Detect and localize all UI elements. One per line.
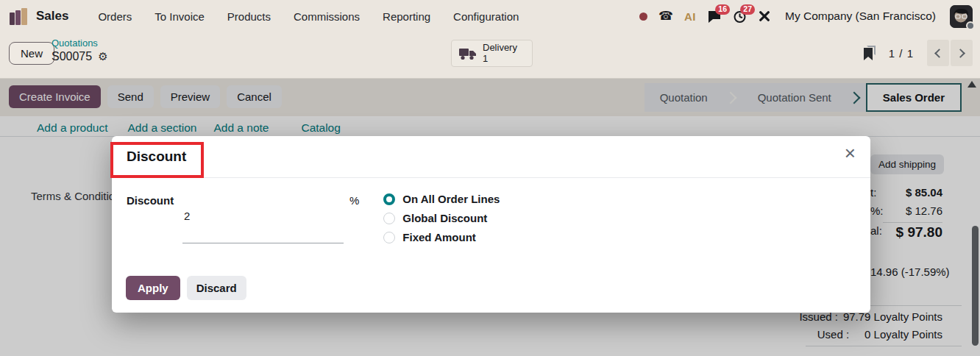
delivery-smart-button[interactable]: Delivery 1 xyxy=(451,40,533,67)
activities-menu[interactable]: 27 xyxy=(733,10,747,24)
menu-reporting[interactable]: Reporting xyxy=(383,10,430,23)
radio-fixed-amount[interactable]: Fixed Amount xyxy=(383,231,500,243)
breadcrumb-current-record: S00075 xyxy=(52,50,92,63)
messages-menu[interactable]: 16 xyxy=(707,10,722,24)
percent-sign: % xyxy=(349,193,359,243)
menu-to-invoice[interactable]: To Invoice xyxy=(155,10,205,23)
pager-previous-button[interactable] xyxy=(927,40,949,66)
chevron-right-icon xyxy=(956,49,965,58)
breadcrumb: Quotations S00075 ⚙ xyxy=(52,38,108,63)
gear-icon[interactable]: ⚙ xyxy=(98,50,107,63)
discount-dialog-footer: Apply Discard xyxy=(112,271,870,313)
odoo-sales-screen: Sales Orders To Invoice Products Commiss… xyxy=(0,0,980,356)
pager: 1 / 1 xyxy=(862,40,973,66)
radio-selected-icon[interactable] xyxy=(383,193,395,205)
radio-global-discount[interactable]: Global Discount xyxy=(383,212,500,224)
discount-dialog-body: Discount % On All Order Lines Global Dis… xyxy=(112,178,870,243)
dialog-title: Discount xyxy=(127,149,186,165)
delivery-label: Delivery xyxy=(483,43,517,54)
pager-next-button[interactable] xyxy=(951,40,973,66)
chevron-left-icon xyxy=(934,49,944,58)
discount-dialog-header: Discount × xyxy=(112,136,870,178)
top-nav-bar: Sales Orders To Invoice Products Commiss… xyxy=(0,0,980,32)
pager-count: 1 / 1 xyxy=(889,47,914,60)
main-menu: Orders To Invoice Products Commissions R… xyxy=(98,10,519,23)
delivery-count: 1 xyxy=(483,54,517,65)
app-name[interactable]: Sales xyxy=(36,9,68,24)
activities-badge: 27 xyxy=(740,4,755,15)
discount-input[interactable] xyxy=(182,193,344,243)
close-icon[interactable]: × xyxy=(845,143,856,163)
radio-unselected-icon[interactable] xyxy=(383,232,395,243)
tools-icon[interactable] xyxy=(758,10,771,23)
discount-type-radio-group: On All Order Lines Global Discount Fixed… xyxy=(383,193,500,243)
menu-products[interactable]: Products xyxy=(227,10,271,23)
status-dot-icon[interactable] xyxy=(639,13,647,21)
bookmark-icon[interactable] xyxy=(862,46,876,60)
apply-button[interactable]: Apply xyxy=(126,276,180,300)
sales-app-logo-icon[interactable] xyxy=(9,7,28,26)
company-name[interactable]: My Company (San Francisco) xyxy=(785,10,936,23)
radio-on-all-order-lines[interactable]: On All Order Lines xyxy=(383,193,500,205)
radio-unselected-icon[interactable] xyxy=(383,213,395,224)
breadcrumb-quotations[interactable]: Quotations xyxy=(52,38,108,49)
new-button[interactable]: New xyxy=(9,42,54,65)
voip-phone-icon[interactable]: ☎ xyxy=(658,10,673,22)
discount-dialog: Discount × Discount % On All Order Lines… xyxy=(112,136,870,313)
discard-button[interactable]: Discard xyxy=(187,276,246,300)
presence-indicator-icon xyxy=(966,21,975,30)
control-panel: New Quotations S00075 ⚙ Delivery 1 xyxy=(0,32,980,79)
truck-icon xyxy=(459,47,477,60)
menu-configuration[interactable]: Configuration xyxy=(453,10,519,23)
user-avatar[interactable] xyxy=(950,5,973,28)
messages-badge: 16 xyxy=(715,4,730,15)
discount-field-label: Discount xyxy=(127,193,182,243)
systray: ☎ AI 16 27 My Company xyxy=(639,5,973,28)
menu-commissions[interactable]: Commissions xyxy=(294,10,360,23)
ai-icon[interactable]: AI xyxy=(684,10,696,23)
menu-orders[interactable]: Orders xyxy=(98,10,132,23)
